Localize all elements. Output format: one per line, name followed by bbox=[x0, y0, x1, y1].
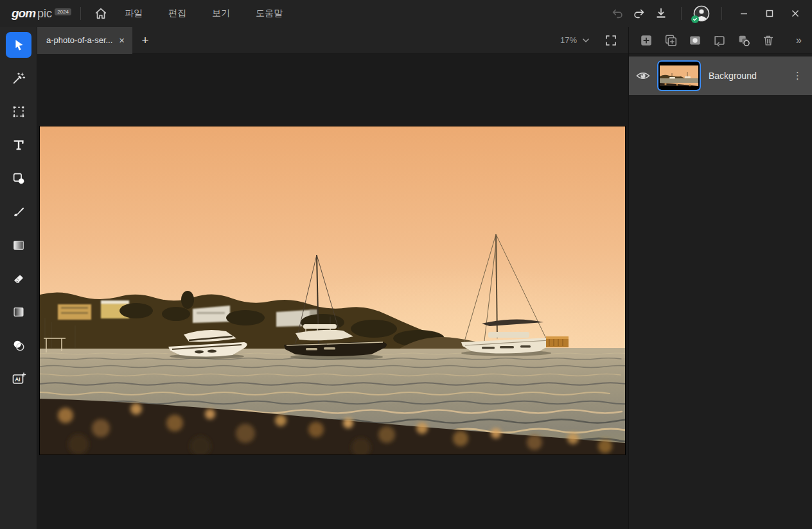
duplicate-layer-icon bbox=[664, 33, 678, 48]
add-layer-icon bbox=[639, 33, 653, 48]
layer-row-background[interactable]: Background ⋮ bbox=[629, 56, 812, 95]
layer-thumbnail[interactable] bbox=[657, 60, 701, 91]
tool-eraser[interactable] bbox=[6, 266, 31, 291]
mask-icon bbox=[688, 33, 702, 48]
titlebar: gom pic 2024 파일 편집 보기 도움말 bbox=[0, 0, 812, 27]
logo-pic: pic bbox=[37, 7, 52, 21]
tool-select[interactable] bbox=[6, 32, 31, 58]
logo-gom: gom bbox=[12, 6, 35, 21]
undo-button[interactable] bbox=[606, 3, 628, 24]
adjust-icon bbox=[12, 305, 26, 319]
transform-layer-button[interactable] bbox=[710, 31, 729, 50]
menu-help[interactable]: 도움말 bbox=[247, 4, 292, 23]
app-logo: gom pic 2024 bbox=[12, 6, 71, 21]
redo-icon bbox=[632, 6, 646, 21]
magic-wand-icon bbox=[12, 71, 26, 85]
eye-icon bbox=[635, 68, 651, 83]
account-button[interactable] bbox=[691, 3, 712, 24]
tool-adjust[interactable] bbox=[6, 299, 31, 325]
online-check-badge bbox=[691, 15, 699, 23]
color-blend-icon bbox=[12, 338, 26, 352]
menu-edit[interactable]: 편집 bbox=[159, 4, 195, 23]
app-window: gom pic 2024 파일 편집 보기 도움말 bbox=[0, 0, 812, 529]
duplicate-layer-button[interactable] bbox=[661, 31, 680, 50]
chevron-down-icon bbox=[581, 35, 591, 46]
menu-file[interactable]: 파일 bbox=[116, 4, 152, 23]
divider bbox=[80, 7, 81, 20]
maximize-button[interactable] bbox=[757, 3, 782, 24]
delete-layer-button[interactable] bbox=[759, 31, 778, 50]
fit-screen-icon bbox=[605, 35, 617, 46]
fit-screen-button[interactable] bbox=[600, 30, 622, 51]
close-icon bbox=[791, 9, 800, 18]
window-controls bbox=[731, 3, 808, 24]
minimize-button[interactable] bbox=[731, 3, 757, 24]
home-button[interactable] bbox=[90, 3, 112, 24]
merge-icon bbox=[737, 33, 751, 48]
new-tab-button[interactable]: + bbox=[132, 27, 158, 54]
tools-sidebar: AI bbox=[0, 27, 37, 529]
menubar: 파일 편집 보기 도움말 bbox=[112, 4, 296, 23]
tool-shape[interactable] bbox=[6, 166, 31, 191]
zoom-level: 17% bbox=[560, 35, 577, 45]
collapse-panel-button[interactable]: » bbox=[792, 32, 806, 49]
trash-icon bbox=[761, 33, 775, 48]
divider bbox=[681, 7, 682, 20]
tool-ai[interactable]: AI bbox=[6, 366, 31, 392]
tool-marquee-select[interactable] bbox=[6, 99, 31, 125]
tool-gradient[interactable] bbox=[6, 232, 31, 258]
zoom-control[interactable]: 17% bbox=[560, 35, 591, 46]
logo-year-badge: 2024 bbox=[55, 8, 71, 15]
cursor-icon bbox=[12, 38, 26, 52]
brush-icon bbox=[12, 205, 26, 219]
download-icon bbox=[654, 6, 668, 21]
layer-menu-button[interactable]: ⋮ bbox=[784, 70, 812, 82]
gradient-icon bbox=[12, 238, 26, 252]
editor-center: a-photo-of-a-ser... × + 17% bbox=[37, 27, 628, 529]
mask-layer-button[interactable] bbox=[685, 31, 705, 50]
text-icon bbox=[12, 138, 26, 152]
tool-color-blend[interactable] bbox=[6, 333, 31, 358]
redo-button[interactable] bbox=[628, 3, 650, 24]
layer-name: Background bbox=[709, 71, 784, 81]
layer-visibility-toggle[interactable] bbox=[629, 68, 657, 83]
svg-text:AI: AI bbox=[15, 376, 21, 383]
canvas-image[interactable] bbox=[40, 126, 625, 455]
maximize-icon bbox=[765, 9, 774, 18]
download-button[interactable] bbox=[650, 3, 672, 24]
ai-icon: AI bbox=[11, 371, 26, 386]
tab-close-icon[interactable]: × bbox=[119, 35, 125, 46]
tab-title: a-photo-of-a-ser... bbox=[46, 35, 112, 45]
layer-thumbnail-image bbox=[659, 62, 699, 89]
marquee-icon bbox=[12, 105, 26, 119]
avatar bbox=[693, 5, 710, 22]
document-tab[interactable]: a-photo-of-a-ser... × bbox=[37, 27, 132, 54]
undo-icon bbox=[610, 6, 624, 21]
layers-panel: » bbox=[628, 27, 812, 529]
home-icon bbox=[94, 6, 108, 21]
tool-magic-wand[interactable] bbox=[6, 65, 31, 91]
tool-text[interactable] bbox=[6, 132, 31, 158]
menu-view[interactable]: 보기 bbox=[203, 4, 239, 23]
divider bbox=[721, 7, 722, 20]
canvas-area[interactable] bbox=[37, 54, 628, 529]
merge-layer-button[interactable] bbox=[734, 31, 754, 50]
transform-icon bbox=[712, 33, 727, 48]
eraser-icon bbox=[12, 272, 26, 286]
tool-brush[interactable] bbox=[6, 199, 31, 225]
shape-icon bbox=[12, 171, 26, 186]
add-layer-button[interactable] bbox=[637, 31, 656, 50]
minimize-icon bbox=[739, 9, 748, 18]
layers-toolbar: » bbox=[629, 27, 812, 54]
tabbar: a-photo-of-a-ser... × + 17% bbox=[37, 27, 628, 54]
close-button[interactable] bbox=[782, 3, 808, 24]
